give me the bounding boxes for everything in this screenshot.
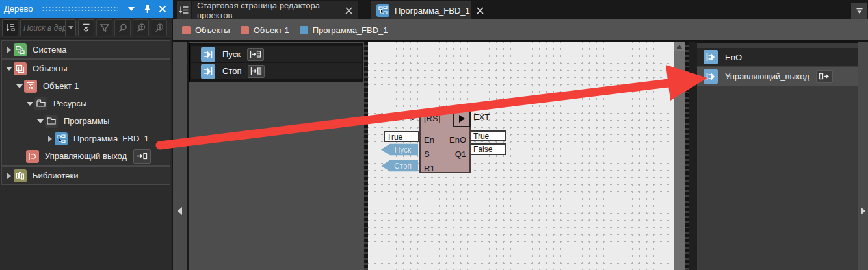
input-variables-panel: Пуск Стоп <box>189 43 363 82</box>
tree-item-object1[interactable]: Объект 1 <box>2 77 170 95</box>
close-icon[interactable] <box>477 7 484 14</box>
collapse-left-icon[interactable] <box>178 207 182 215</box>
search-dropdown-button[interactable] <box>65 20 75 36</box>
tab-start-page[interactable]: Стартовая страница редактора проектов <box>192 1 358 19</box>
pin-r1: R1 <box>424 164 435 173</box>
program-color-chip <box>300 26 308 34</box>
tree-group-objects: Объекты Объект 1 Ресурсы <box>1 59 170 166</box>
expander-expanded-icon[interactable] <box>5 67 14 71</box>
tree-item-label: Программы <box>64 116 109 126</box>
output-variable-icon <box>704 50 718 64</box>
link-in-badge[interactable] <box>133 149 151 164</box>
scroll-up-icon[interactable] <box>674 42 685 51</box>
editor-left-margin: Пуск Стоп <box>187 42 364 270</box>
value-box-en[interactable]: True <box>384 131 419 142</box>
tree-item-resources[interactable]: Ресурсы <box>2 95 170 112</box>
tree-item-libraries[interactable]: Библиотеки <box>2 167 170 184</box>
tree-item-label: Объекты <box>33 64 68 73</box>
close-icon[interactable] <box>156 3 169 15</box>
tree-group-libraries: Библиотеки <box>1 166 170 185</box>
input-variable-row[interactable]: Пуск <box>191 46 362 62</box>
expander-collapsed-icon[interactable] <box>46 136 55 142</box>
link-to-block-badge[interactable] <box>248 65 265 78</box>
pin-en: En <box>424 135 434 145</box>
link-to-block-badge[interactable] <box>247 48 264 61</box>
tab-list-icon[interactable] <box>177 1 191 19</box>
object-icon <box>24 80 37 93</box>
tree-search <box>20 19 76 36</box>
tree-item-objects[interactable]: Объекты <box>2 60 170 77</box>
output-variable-label: EnO <box>725 53 742 62</box>
app-window: Дерево <box>0 0 868 270</box>
tree-item-label: Управляющий выход <box>45 151 127 161</box>
tab-overflow-icon[interactable] <box>851 3 867 20</box>
tree-item-label: Система <box>33 45 66 55</box>
collapse-right-icon[interactable] <box>861 207 865 215</box>
search-next-icon[interactable] <box>151 19 167 36</box>
pin-eno: EnO <box>449 135 466 145</box>
filter-icon[interactable] <box>96 19 112 36</box>
tree-panel: Дерево <box>0 0 173 270</box>
breadcrumb: Объекты Объект 1 Программа_FBD_1 <box>173 19 868 42</box>
breadcrumb-item-program[interactable]: Программа_FBD_1 <box>300 25 388 35</box>
search-previous-icon[interactable] <box>133 19 149 36</box>
tree-item-program-fbd1[interactable]: Программа_FBD_1 <box>2 130 170 147</box>
objects-icon <box>14 62 27 75</box>
tree-menu-chevron-icon[interactable] <box>125 3 138 15</box>
search-input[interactable] <box>21 23 65 32</box>
breadcrumb-item-objects[interactable]: Объекты <box>182 25 230 35</box>
pin-s: S <box>424 149 430 159</box>
libraries-icon <box>14 169 27 182</box>
system-icon <box>14 43 27 56</box>
value-box-eno[interactable]: True <box>470 130 506 141</box>
expander-expanded-icon[interactable] <box>15 84 24 88</box>
output-variable-row[interactable]: EnO <box>697 48 858 66</box>
tab-label: Программа_FBD_1 <box>395 6 470 16</box>
object-color-chip <box>241 26 249 34</box>
right-splitter[interactable] <box>858 42 868 270</box>
tree-item-control-output[interactable]: Управляющий выход <box>2 147 170 165</box>
close-icon[interactable] <box>345 7 352 14</box>
output-variable-icon <box>704 69 718 84</box>
folder-icon <box>34 97 47 110</box>
input-variable-row[interactable]: Стоп <box>191 63 362 79</box>
canvas-scrollbar[interactable] <box>674 42 685 270</box>
breadcrumb-item-object1[interactable]: Объект 1 <box>241 25 289 35</box>
block-type-label: [RS] <box>424 114 440 123</box>
breadcrumb-label: Программа_FBD_1 <box>313 25 388 35</box>
canvas-right-border <box>685 42 689 270</box>
tree-title: Дерево <box>4 4 33 14</box>
output-variables-panel: EnO Управляющий_выход <box>697 42 858 270</box>
tab-program-fbd1[interactable]: Программа_FBD_1 <box>371 1 471 19</box>
input-variable-icon <box>201 64 215 79</box>
expander-collapsed-icon[interactable] <box>5 173 14 179</box>
value-box-q1[interactable]: False <box>470 143 506 155</box>
pin-icon[interactable] <box>140 3 153 15</box>
expander-collapsed-icon[interactable] <box>5 47 14 53</box>
tree-item-label: Объект 1 <box>43 81 79 91</box>
block-exec-button[interactable] <box>453 110 471 127</box>
fbd-canvas[interactable] <box>368 42 674 270</box>
fbd-program-icon <box>55 132 68 145</box>
input-variable-label: Пуск <box>222 49 241 59</box>
titlebar-drag-texture[interactable] <box>42 6 118 12</box>
tree-item-label: Ресурсы <box>53 99 86 108</box>
tree-item-system[interactable]: Система <box>2 41 170 58</box>
panel-gap <box>689 42 697 270</box>
tree-sync-button[interactable] <box>2 19 18 36</box>
left-splitter[interactable] <box>173 42 187 270</box>
expander-expanded-icon[interactable] <box>25 102 34 106</box>
search-icon[interactable] <box>114 19 131 36</box>
rs-block[interactable]: [RS] En S R1 EnO Q1 <box>419 110 471 173</box>
object-color-chip <box>182 26 191 34</box>
input-variable-label: Стоп <box>222 66 241 76</box>
tab-label: Стартовая страница редактора проектов <box>197 1 339 20</box>
output-variable-row-selected[interactable]: Управляющий_выход <box>697 67 858 86</box>
tree-item-programs[interactable]: Программы <box>2 112 170 130</box>
expander-expanded-icon[interactable] <box>36 119 45 123</box>
tree-titlebar[interactable]: Дерево <box>0 0 173 18</box>
input-variable-icon <box>201 47 215 62</box>
link-out-badge[interactable] <box>816 70 833 83</box>
expand-all-button[interactable] <box>78 19 94 36</box>
block-instance-number: 0 <box>398 112 415 122</box>
